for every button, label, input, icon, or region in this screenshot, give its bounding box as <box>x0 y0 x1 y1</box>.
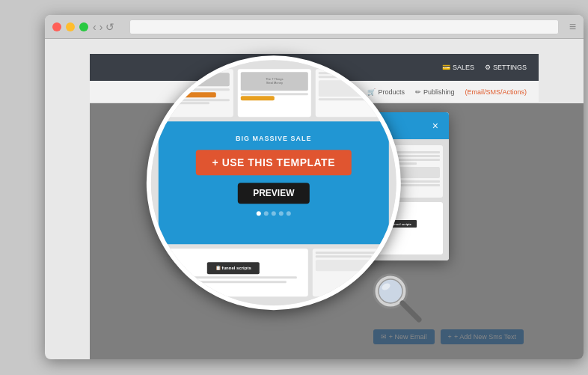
zoom-card-2[interactable]: The 7 ThingsSteal Money <box>238 69 311 117</box>
use-template-button[interactable]: + USE THIS TEMPLATE <box>196 150 352 175</box>
zoom-bottom-row: 📋 funnel scripts <box>159 249 389 296</box>
dot-1[interactable] <box>257 211 261 216</box>
zoom-card-1[interactable]: Reset Our MarketingReport Right Now <box>159 69 233 117</box>
refresh-button[interactable]: ↺ <box>105 21 114 33</box>
dot-3[interactable] <box>272 211 276 216</box>
magnifier-icon <box>370 270 423 324</box>
zoom-banner-text: BIG MASSIVE SALE <box>236 135 312 142</box>
zoom-circle-inner: Reset Our MarketingReport Right Now The … <box>151 60 396 305</box>
publishing-icon: ✏ <box>415 88 421 96</box>
modal-close-btn-bg[interactable]: × <box>432 120 438 132</box>
zoom-featured-template[interactable]: BIG MASSIVE SALE + USE THIS TEMPLATE PRE… <box>159 121 389 244</box>
carousel-dots <box>257 211 291 216</box>
browser-menu-icon[interactable]: ≡ <box>569 20 576 34</box>
settings-icon: ⚙ <box>485 64 491 71</box>
preview-button[interactable]: PREVIEW <box>238 183 309 204</box>
zoom-funnel-card[interactable]: 📋 funnel scripts <box>159 249 308 296</box>
breadcrumb: (Email/SMS/Actions) <box>465 88 527 96</box>
funnel-scripts-text: 📋 funnel scripts <box>215 265 251 270</box>
zoom-card-3[interactable] <box>316 69 389 117</box>
zoom-circle: Reset Our MarketingReport Right Now The … <box>147 55 401 310</box>
traffic-light-red[interactable] <box>52 22 61 31</box>
traffic-light-yellow[interactable] <box>66 22 75 31</box>
back-button[interactable]: ‹ <box>93 21 97 33</box>
dot-4[interactable] <box>279 211 284 216</box>
traffic-light-green[interactable] <box>79 22 88 31</box>
browser-nav: ‹ › ↺ <box>93 21 114 33</box>
sales-icon: 💳 <box>442 64 450 71</box>
forward-button[interactable]: › <box>99 21 103 33</box>
svg-point-1 <box>379 279 402 303</box>
dot-5[interactable] <box>287 211 291 216</box>
browser-titlebar: ‹ › ↺ ≡ <box>45 15 584 39</box>
nav-item-sales[interactable]: 💳 SALES <box>442 64 474 71</box>
nav-item-settings[interactable]: ⚙ SETTINGS <box>485 64 527 71</box>
address-bar[interactable] <box>129 19 558 34</box>
subnav-publishing[interactable]: ✏ Publishing <box>415 88 455 96</box>
dot-2[interactable] <box>264 211 269 216</box>
svg-line-2 <box>402 303 419 320</box>
zoom-top-row: Reset Our MarketingReport Right Now The … <box>159 69 389 117</box>
